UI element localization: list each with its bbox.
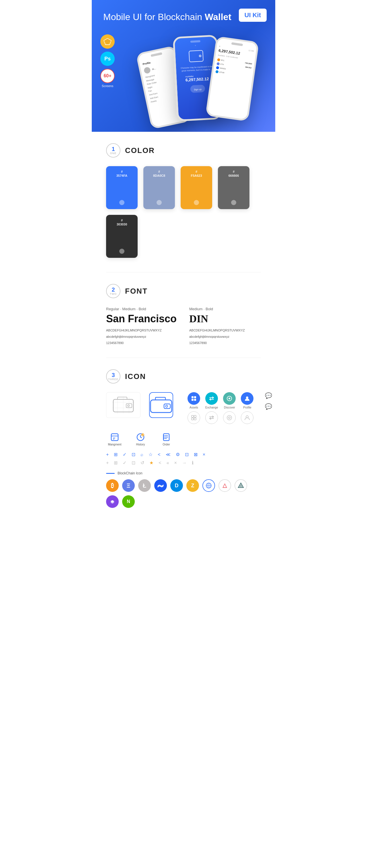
util-icons-row-2: + ⊞ ✓ ⊡ ↺ ★ < « × → ℹ	[106, 460, 261, 466]
icon-section-header: 3 THREE ICON	[106, 369, 261, 383]
exchange-icon-item: Exchange	[205, 392, 218, 409]
management-label: Mangment	[108, 443, 121, 446]
color-dot	[231, 200, 236, 205]
wallet-icon-filled	[149, 392, 173, 418]
order-label: Order	[163, 443, 170, 446]
expand-icon: ⊡	[185, 452, 189, 457]
neo-icon: N	[122, 495, 135, 508]
order-icon	[162, 433, 171, 442]
komodo-icon	[234, 479, 247, 492]
dash-icon: D	[170, 479, 183, 492]
toggle-icon: ⊠	[194, 452, 198, 457]
discover-icon-item: Discover	[223, 392, 236, 409]
ethereum-icon: Ξ	[122, 479, 135, 492]
wallet-icon-variants	[106, 392, 140, 418]
svg-rect-28	[111, 434, 118, 441]
color-dot	[119, 200, 124, 205]
order-icon-box: Order	[158, 433, 175, 446]
blockchain-label: BlockChain Icon	[106, 471, 261, 475]
svg-point-38	[164, 435, 165, 436]
chat-icon: 💬	[265, 392, 272, 399]
svg-rect-24	[194, 418, 196, 420]
profile-icon-gray	[241, 411, 253, 424]
search-icon-gray: ↺	[140, 460, 144, 466]
check-icon-gray: ✓	[123, 460, 126, 466]
divider-2	[106, 358, 261, 358]
icon-top-row: Assets Exchange Discover	[106, 392, 261, 424]
check-icon: ✓	[123, 452, 126, 457]
blockchain-line	[106, 473, 115, 474]
hero-section: Mobile UI for Blockchain Wallet UI Kit P…	[92, 0, 275, 132]
font-grid: Regular · Medium · Bold San Francisco AB…	[106, 307, 261, 346]
wallet-icon-construction	[106, 392, 140, 418]
font-title: FONT	[125, 287, 148, 296]
info-icon-gray: ℹ	[192, 460, 194, 466]
svg-rect-14	[192, 396, 194, 398]
profile-icon	[241, 392, 253, 405]
svg-point-26	[228, 417, 230, 418]
section-num-1: 1 ONE	[106, 143, 120, 158]
screens-badge: 60+	[101, 69, 115, 83]
svg-rect-31	[113, 439, 114, 439]
svg-rect-16	[192, 399, 194, 401]
ark-icon	[219, 479, 231, 492]
font-section-header: 2 TWO FONT	[106, 284, 261, 298]
discover-icon	[223, 392, 236, 405]
color-dot	[119, 249, 124, 254]
management-icon-box: Mangment	[106, 433, 123, 446]
settings-icon: ⚙	[176, 452, 180, 457]
management-icon	[110, 433, 119, 442]
plus-icon: +	[106, 452, 109, 457]
svg-rect-30	[113, 438, 115, 438]
chevron-left-icon-gray: <	[159, 460, 161, 466]
color-swatch-4: #666666	[218, 166, 250, 209]
close-icon-gray: ×	[174, 460, 177, 466]
assets-icon-gray	[188, 411, 200, 424]
font-alpha-din: ABCDEFGHIJKLMNOPQRSTUVWXYZ abcdefghijklm…	[189, 327, 261, 346]
svg-rect-29	[111, 436, 118, 436]
grid-coin-icon	[202, 479, 215, 492]
svg-rect-21	[192, 415, 194, 417]
svg-rect-11	[150, 400, 172, 412]
icon-title: ICON	[125, 372, 146, 381]
color-swatch-5: #303030	[106, 215, 138, 258]
search-icon: ⌕	[140, 452, 143, 457]
star-icon-yellow: ★	[149, 460, 153, 466]
grid-edit-icon: ⊞	[114, 452, 117, 457]
svg-point-40	[164, 438, 165, 439]
color-swatch-2: #8DA0C8	[143, 166, 175, 209]
ps-badge: Ps	[101, 52, 115, 66]
assets-icon	[188, 392, 200, 405]
qr-icon: ⊡	[132, 452, 135, 457]
svg-point-25	[227, 415, 232, 420]
svg-point-13	[166, 405, 168, 407]
svg-rect-17	[194, 399, 196, 401]
ui-kit-badge: UI Kit	[239, 9, 266, 22]
sketch-badge	[101, 34, 115, 49]
exchange-icon-gray	[205, 411, 218, 424]
crypto-icons: ₿ Ξ Ł D Z N	[106, 479, 261, 508]
nav-icon-group: Assets Exchange Discover	[188, 392, 253, 424]
waves-icon	[154, 479, 167, 492]
tool-badges: Ps 60+ Screens	[101, 34, 115, 88]
star-icon: ☆	[148, 452, 152, 457]
svg-rect-22	[194, 415, 196, 417]
nav-bottom-icons: Mangment History Order	[106, 433, 261, 446]
grid-edit-icon-gray: ⊞	[114, 460, 117, 466]
section-num-3: 3 THREE	[106, 369, 120, 383]
color-swatch-1: #3574FA	[106, 166, 138, 209]
history-label: History	[136, 443, 145, 446]
close-icon: ×	[203, 452, 205, 457]
color-section-header: 1 ONE COLOR	[106, 143, 261, 158]
font-weights-sf: Regular · Medium · Bold	[106, 307, 178, 311]
zcash-icon: Z	[186, 479, 199, 492]
color-dot	[157, 200, 162, 205]
divider-1	[106, 272, 261, 273]
svg-point-20	[246, 397, 248, 399]
svg-rect-23	[192, 418, 194, 420]
profile-icon-item: Profile	[241, 392, 253, 409]
section-num-2: 2 TWO	[106, 284, 120, 298]
svg-point-39	[164, 437, 165, 438]
svg-point-19	[228, 398, 230, 399]
qr-icon-gray: ⊡	[132, 460, 135, 466]
